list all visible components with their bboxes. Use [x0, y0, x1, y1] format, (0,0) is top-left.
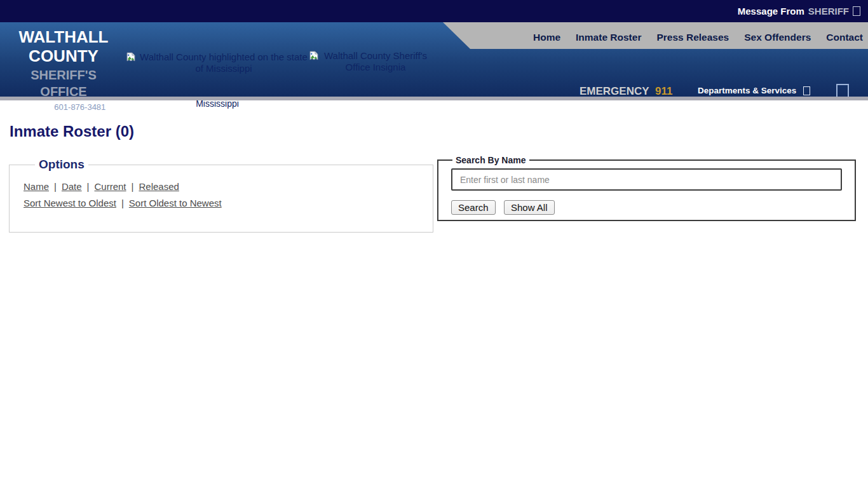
separator: |	[87, 181, 90, 192]
insignia-alt-text: Walthall County Sheriff's Office Insigni…	[322, 50, 430, 73]
departments-services-menu[interactable]: Departments & Services	[698, 86, 810, 95]
nav-item-inmate-roster[interactable]: Inmate Roster	[576, 32, 641, 43]
sheriff-insignia-image: Walthall County Sheriff's Office Insigni…	[309, 50, 445, 73]
phone-line: Phone: 601-876-3481	[6, 102, 121, 112]
emergency-number: 911	[655, 85, 672, 97]
filter-link-current[interactable]: Current	[95, 181, 126, 192]
emergency-word: EMERGENCY	[580, 85, 649, 97]
dropdown-indicator-icon	[803, 86, 810, 95]
nav-item-press-releases[interactable]: Press Releases	[656, 32, 729, 43]
filter-link-date[interactable]: Date	[62, 181, 82, 192]
county-map-alt-text: Walthall County highlighted on the state…	[139, 51, 309, 74]
top-message-bar: Message From SHERIFF	[0, 0, 868, 22]
broken-image-icon	[309, 51, 319, 61]
separator: |	[132, 181, 134, 192]
sort-links-row: Sort Newest to Oldest|Sort Oldest to New…	[24, 198, 433, 208]
separator: |	[54, 181, 57, 192]
emergency-911-label: EMERGENCY 911	[580, 85, 672, 98]
county-map-image: Walthall County highlighted on the state…	[126, 51, 309, 74]
phone-label: Phone:	[22, 102, 50, 112]
search-by-name-panel: Search By Name Search Show All	[437, 155, 856, 221]
county-name-line2: COUNTY	[6, 46, 121, 65]
separator: |	[121, 198, 124, 208]
nav-item-home[interactable]: Home	[533, 32, 560, 43]
options-legend: Options	[35, 158, 88, 172]
county-name-line1: WALTHALL	[6, 27, 121, 46]
header-bottom-divider	[0, 97, 868, 100]
show-all-button[interactable]: Show All	[504, 200, 555, 215]
search-button[interactable]: Search	[451, 200, 496, 215]
options-panel: Options Name|Date|Current|Released Sort …	[9, 158, 433, 233]
nav-item-sex-offenders[interactable]: Sex Offenders	[744, 32, 811, 43]
filter-link-name[interactable]: Name	[24, 181, 49, 192]
sort-link-oldest-to-newest[interactable]: Sort Oldest to Newest	[129, 198, 222, 208]
search-buttons-row: Search Show All	[451, 200, 855, 215]
page: Message From SHERIFF WALTHALL COUNTY SHE…	[0, 0, 868, 488]
missing-glyph-icon	[853, 6, 860, 16]
nav-item-contact[interactable]: Contact	[826, 32, 863, 43]
office-name: SHERIFF'S OFFICE	[6, 67, 121, 100]
search-input[interactable]	[451, 168, 842, 191]
filter-link-released[interactable]: Released	[139, 181, 179, 192]
sheriff-message-link[interactable]: SHERIFF	[808, 6, 849, 17]
broken-image-icon	[126, 52, 136, 62]
page-title: Inmate Roster (0)	[10, 123, 134, 140]
phone-number-link[interactable]: 601-876-3481	[54, 102, 105, 112]
search-legend: Search By Name	[452, 155, 529, 165]
departments-label: Departments & Services	[698, 86, 796, 95]
message-from-label: Message From	[738, 6, 804, 17]
filter-links-row: Name|Date|Current|Released	[24, 181, 433, 192]
main-navigation: Home Inmate Roster Press Releases Sex Of…	[443, 22, 868, 49]
sort-link-newest-to-oldest[interactable]: Sort Newest to Oldest	[24, 198, 116, 208]
